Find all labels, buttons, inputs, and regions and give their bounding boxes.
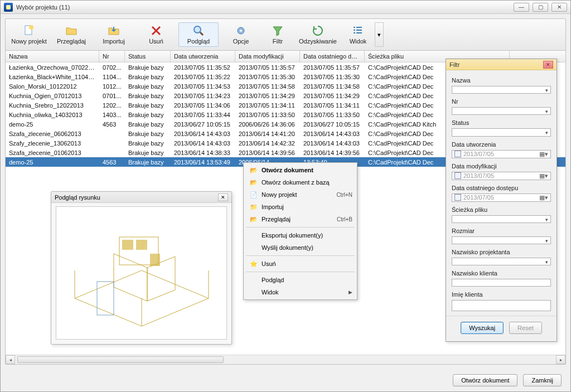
svg-rect-20 bbox=[122, 240, 133, 250]
filter-client-first-input[interactable] bbox=[452, 300, 551, 311]
checkbox[interactable] bbox=[454, 151, 461, 157]
col-status[interactable]: Status bbox=[125, 51, 171, 62]
cell-status: Brakuje bazy bbox=[125, 101, 171, 109]
ctx-import[interactable]: 📁Importuj bbox=[245, 201, 356, 213]
cell-d1: 2013/06/14 14:43:03 bbox=[171, 130, 235, 138]
gear-icon bbox=[235, 25, 247, 37]
filter-nr-combo[interactable] bbox=[452, 107, 551, 115]
col-nr[interactable]: Nr bbox=[99, 51, 125, 62]
cell-nr bbox=[99, 133, 125, 134]
cell-name: Kuchnia_Srebro_12022013 bbox=[6, 101, 99, 109]
cell-d1: 2013/07/05 11:33:44 bbox=[171, 111, 235, 119]
checkbox[interactable] bbox=[454, 172, 461, 179]
import-button[interactable]: Importuj bbox=[94, 22, 134, 47]
recovery-button[interactable]: Odzyskiwanie bbox=[294, 22, 341, 47]
scroll-thumb[interactable] bbox=[17, 356, 224, 363]
filter-client-first-label: Imię klienta bbox=[452, 291, 551, 298]
cell-nr: 1403... bbox=[99, 111, 125, 119]
ctx-browse[interactable]: 📂PrzeglądajCtrl+B bbox=[245, 213, 356, 225]
delete-button[interactable]: Usuń bbox=[136, 22, 176, 47]
filter-status-combo[interactable] bbox=[452, 128, 551, 136]
cell-name: Łazienka_Orzechowa_07022012 bbox=[6, 64, 99, 71]
browse-button[interactable]: Przeglądaj bbox=[51, 22, 91, 47]
calendar-icon[interactable]: ▦▾ bbox=[539, 151, 548, 158]
filter-path-combo[interactable] bbox=[452, 215, 551, 223]
filter-button[interactable]: Filtr bbox=[263, 22, 292, 47]
ctx-export[interactable]: Eksportuj dokument(y) bbox=[245, 229, 356, 241]
calendar-icon[interactable]: ▦▾ bbox=[539, 172, 548, 180]
calendar-icon[interactable]: ▦▾ bbox=[539, 194, 548, 201]
window-controls: — ▢ ✕ bbox=[514, 3, 567, 12]
svg-rect-11 bbox=[356, 32, 362, 33]
app-icon bbox=[4, 3, 13, 12]
ctx-view[interactable]: Widok▶ bbox=[245, 286, 356, 298]
cell-status: Brakuje bazy bbox=[125, 92, 171, 100]
ctx-open-document[interactable]: 📂Otwórz dokument bbox=[245, 164, 356, 176]
maximize-button[interactable]: ▢ bbox=[533, 3, 548, 12]
cell-d2: 2013/07/05 11:34:58 bbox=[235, 83, 300, 90]
filter-body: Nazwa Nr Status Data utworzenia 2013/07/… bbox=[446, 70, 557, 316]
preview-button[interactable]: Podgląd bbox=[178, 22, 219, 47]
filter-client-input[interactable] bbox=[452, 279, 551, 287]
open-document-button[interactable]: Otwórz dokument bbox=[453, 374, 517, 386]
filter-created-date[interactable]: 2013/07/05▦▾ bbox=[452, 150, 551, 158]
filter-search-button[interactable]: Wyszukaj bbox=[461, 322, 504, 334]
cell-d2: 2013/06/14 14:42:32 bbox=[235, 139, 300, 147]
delete-x-icon bbox=[150, 25, 162, 37]
close-dialog-button[interactable]: Zamknij bbox=[523, 374, 562, 386]
preview-titlebar[interactable]: Podgląd rysunku ✕ bbox=[51, 192, 231, 203]
filter-titlebar[interactable]: Filtr ✕ bbox=[446, 59, 557, 70]
close-button[interactable]: ✕ bbox=[551, 3, 567, 12]
svg-rect-7 bbox=[356, 27, 362, 28]
ctx-delete[interactable]: ⭐Usuń bbox=[245, 258, 356, 270]
cell-d1: 2013/06/14 14:43:03 bbox=[171, 139, 235, 147]
filter-name-combo[interactable] bbox=[452, 86, 551, 94]
cell-d3: 2013/06/14 14:43:03 bbox=[300, 139, 365, 147]
checkbox[interactable] bbox=[454, 194, 461, 201]
ctx-preview[interactable]: Podgląd bbox=[245, 274, 356, 286]
recovery-label: Odzyskiwanie bbox=[299, 38, 337, 45]
filter-designer-combo[interactable] bbox=[452, 258, 551, 265]
cell-status: Brakuje bazy bbox=[125, 139, 171, 147]
filter-size-combo[interactable] bbox=[452, 236, 551, 244]
view-button[interactable]: Widok bbox=[343, 22, 372, 47]
filter-reset-button[interactable]: Reset bbox=[509, 322, 542, 334]
svg-point-5 bbox=[240, 30, 242, 32]
filter-client-label: Nazwisko klienta bbox=[452, 270, 551, 277]
magnifier-icon bbox=[192, 25, 205, 37]
cell-d1: 2013/06/14 13:53:49 bbox=[171, 158, 235, 166]
cell-d3: 2013/07/05 11:34:11 bbox=[300, 101, 365, 109]
ctx-new-project[interactable]: 📄Nowy projektCtrl+N bbox=[245, 188, 356, 201]
filter-accessed-date[interactable]: 2013/07/05▦▾ bbox=[452, 193, 551, 202]
cell-d1: 2013/07/05 11:34:23 bbox=[171, 92, 235, 100]
ctx-open-with-base[interactable]: 📂Otwórz dokument z bazą bbox=[245, 176, 356, 188]
new-project-button[interactable]: Nowy projekt bbox=[9, 22, 49, 47]
scroll-right-arrow[interactable]: ▸ bbox=[556, 355, 565, 364]
preview-close-button[interactable]: ✕ bbox=[218, 193, 228, 201]
minimize-button[interactable]: — bbox=[514, 3, 529, 12]
col-created[interactable]: Data utworzenia bbox=[171, 51, 235, 62]
ctx-send[interactable]: Wyślij dokument(y) bbox=[245, 241, 356, 254]
cell-name: Szafa_zlecenie_01062013 bbox=[6, 149, 99, 157]
filter-modified-date[interactable]: 2013/07/05▦▾ bbox=[452, 172, 551, 180]
col-name[interactable]: Nazwa bbox=[6, 51, 99, 62]
cell-d1: 2013/07/05 11:34:53 bbox=[171, 83, 235, 90]
drawing-preview-window[interactable]: Podgląd rysunku ✕ bbox=[51, 191, 232, 345]
filter-status-label: Status bbox=[452, 119, 551, 126]
cell-d1: 2013/07/05 11:35:52 bbox=[171, 64, 235, 71]
preview-label: Podgląd bbox=[187, 38, 210, 45]
col-accessed[interactable]: Data ostatniego dost... bbox=[300, 51, 365, 62]
options-button[interactable]: Opcje bbox=[221, 22, 261, 47]
cell-name: demo-25 bbox=[6, 120, 99, 128]
col-modified[interactable]: Data modyfikacji bbox=[235, 51, 300, 62]
scroll-left-arrow[interactable]: ◂ bbox=[6, 355, 15, 364]
filter-close-button[interactable]: ✕ bbox=[543, 61, 553, 69]
filter-created-label: Data utworzenia bbox=[452, 141, 551, 148]
horizontal-scrollbar[interactable]: ◂ ▸ bbox=[6, 355, 565, 364]
cell-d3: 2013/07/05 11:35:30 bbox=[300, 73, 365, 81]
cell-name: Szafa_zlecenie_06062013 bbox=[6, 130, 99, 138]
svg-rect-6 bbox=[354, 27, 355, 28]
view-dropdown-arrow[interactable]: ▾ bbox=[375, 22, 384, 47]
scroll-track[interactable] bbox=[15, 355, 556, 364]
filter-nr-label: Nr bbox=[452, 98, 551, 105]
